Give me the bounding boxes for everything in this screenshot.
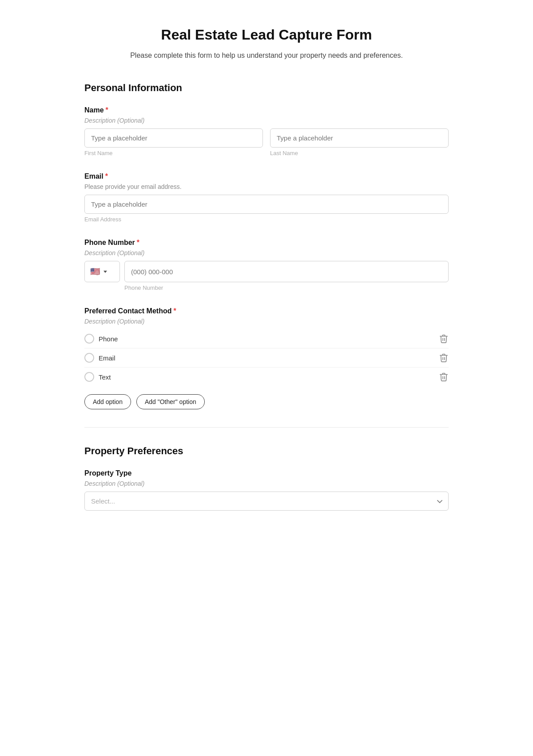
email-description: Please provide your email address. <box>84 183 449 190</box>
radio-option-left: Phone <box>84 334 118 344</box>
email-sublabel: Email Address <box>84 216 449 223</box>
property-type-description: Description (Optional) <box>84 480 449 487</box>
form-subtitle: Please complete this form to help us und… <box>84 50 449 61</box>
flag-emoji: 🇺🇸 <box>90 267 100 276</box>
property-section: Property Preferences Property Type Descr… <box>84 445 449 511</box>
email-field-group: Email * Please provide your email addres… <box>84 172 449 223</box>
phone-input[interactable] <box>124 261 449 282</box>
phone-required-star: * <box>137 239 139 247</box>
contact-option-text: Text <box>84 368 449 386</box>
name-label: Name * <box>84 106 449 114</box>
contact-method-label: Preferred Contact Method * <box>84 307 449 315</box>
radio-label-phone: Phone <box>99 335 118 343</box>
last-name-input[interactable] <box>270 128 449 148</box>
last-name-sublabel: Last Name <box>270 150 449 156</box>
property-type-select-wrapper: Select... <box>84 492 449 511</box>
property-type-field-group: Property Type Description (Optional) Sel… <box>84 469 449 511</box>
personal-section: Personal Information Name * Description … <box>84 82 449 409</box>
contact-option-email: Email <box>84 348 449 368</box>
first-name-wrapper: First Name <box>84 128 263 156</box>
first-name-sublabel: First Name <box>84 150 263 156</box>
radio-circle-text[interactable] <box>84 372 94 382</box>
radio-circle-phone[interactable] <box>84 334 94 344</box>
delete-text-option-icon[interactable] <box>439 372 449 382</box>
phone-row: 🇺🇸 <box>84 261 449 282</box>
email-required-star: * <box>105 172 108 180</box>
section-separator <box>84 427 449 428</box>
first-name-input[interactable] <box>84 128 263 148</box>
contact-option-phone: Phone <box>84 329 449 348</box>
page-container: Real Estate Lead Capture Form Please com… <box>67 0 466 562</box>
phone-sublabel: Phone Number <box>84 284 449 291</box>
country-select[interactable]: 🇺🇸 <box>84 261 120 282</box>
delete-phone-option-icon[interactable] <box>439 334 449 344</box>
name-input-row: First Name Last Name <box>84 128 449 156</box>
name-description: Description (Optional) <box>84 117 449 124</box>
radio-label-email: Email <box>99 354 115 362</box>
chevron-down-icon <box>103 271 107 273</box>
contact-method-field-group: Preferred Contact Method * Description (… <box>84 307 449 409</box>
personal-section-heading: Personal Information <box>84 82 449 94</box>
last-name-wrapper: Last Name <box>270 128 449 156</box>
email-label: Email * <box>84 172 449 180</box>
phone-description: Description (Optional) <box>84 249 449 256</box>
contact-options-list: Phone Email <box>84 329 449 386</box>
form-title: Real Estate Lead Capture Form <box>84 27 449 43</box>
radio-option-left-text: Text <box>84 372 111 382</box>
name-field-group: Name * Description (Optional) First Name… <box>84 106 449 156</box>
add-option-button[interactable]: Add option <box>84 394 131 409</box>
property-type-label: Property Type <box>84 469 449 477</box>
radio-option-left-email: Email <box>84 353 115 363</box>
radio-circle-email[interactable] <box>84 353 94 363</box>
radio-label-text: Text <box>99 373 111 381</box>
property-type-select[interactable]: Select... <box>84 492 449 511</box>
delete-email-option-icon[interactable] <box>439 353 449 363</box>
add-option-row: Add option Add "Other" option <box>84 394 449 409</box>
email-input[interactable] <box>84 195 449 214</box>
name-required-star: * <box>106 106 108 114</box>
contact-method-description: Description (Optional) <box>84 318 449 325</box>
property-section-heading: Property Preferences <box>84 445 449 457</box>
contact-method-required-star: * <box>173 307 176 315</box>
add-other-option-button[interactable]: Add "Other" option <box>136 394 205 409</box>
phone-label: Phone Number * <box>84 239 449 247</box>
phone-field-group: Phone Number * Description (Optional) 🇺🇸… <box>84 239 449 291</box>
